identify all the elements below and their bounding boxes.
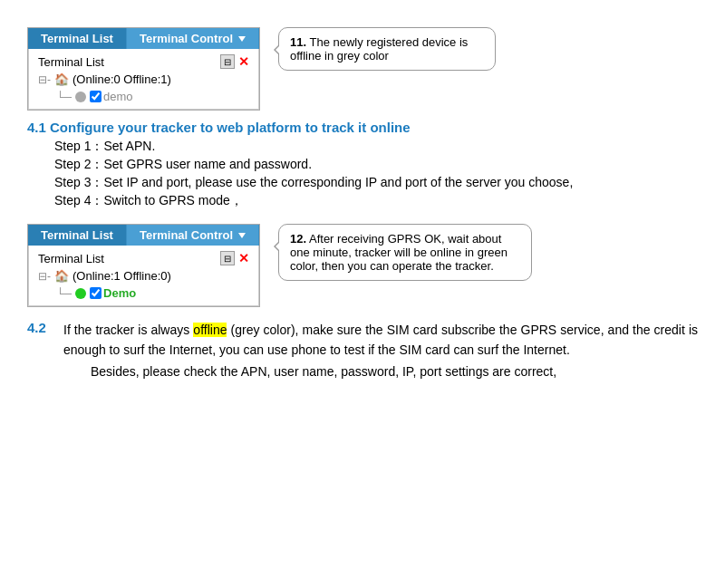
terminal-header-2: Terminal List ⊟ ✕ [34,249,253,267]
section-42-content: If the tracker is always offline (grey c… [63,320,698,379]
device-name-1: demo [103,90,133,103]
home-icon-2: 🏠 [54,269,69,283]
tree-line-1: └─ [56,91,72,103]
section-42-text: If the tracker is always offline (grey c… [63,320,698,361]
minimize-icon-1[interactable]: ⊟ [220,54,235,69]
terminal-body-1: Terminal List ⊟ ✕ ⊟- 🏠 (Online:0 Offline… [28,49,259,110]
step-1: Step 1：Set APN. [54,139,698,155]
section-42-besides: Besides, please check the APN, user name… [91,364,698,379]
terminal-tabs-1: Terminal List Terminal Control [28,28,259,49]
tree-prefix-2: ⊟- [38,270,51,283]
terminal-title-1: Terminal List [38,55,104,69]
device-group-label-1: (Online:0 Offline:1) [72,72,171,86]
section-42: 4.2 If the tracker is always offline (gr… [27,320,698,379]
tab-terminal-list-2[interactable]: Terminal List [28,225,127,246]
section-42-text-before: If the tracker is always [63,323,189,337]
terminal-icons-1: ⊟ ✕ [220,54,249,69]
callout-2: 12. After receiving GPRS OK, wait about … [278,224,532,281]
section-41-heading: 4.1 Configure your tracker to web platfo… [27,120,698,135]
step-4: Step 4：Switch to GPRS mode， [54,193,698,209]
terminal-widget-2: Terminal List Terminal Control Terminal … [27,224,260,307]
step-3: Step 3：Set IP and port, please use the c… [54,175,698,191]
device-name-2: Demo [103,286,136,300]
device-checkbox-label-2[interactable]: Demo [90,286,136,300]
terminal-title-2: Terminal List [38,252,104,265]
device-group-row-2: ⊟- 🏠 (Online:1 Offline:0) [34,267,253,284]
terminal-widget-1: Terminal List Terminal Control Terminal … [27,27,260,111]
device-group-row-1: ⊟- 🏠 (Online:0 Offline:1) [34,71,253,88]
widget1-container: Terminal List Terminal Control Terminal … [27,27,698,111]
terminal-icons-2: ⊟ ✕ [220,251,249,265]
device-item-row-1: └─ demo [34,88,253,105]
callout-text-2: After receiving GPRS OK, wait about one … [290,232,508,273]
section-42-number: 4.2 [27,320,56,379]
status-dot-online-2 [75,288,86,299]
minimize-icon-2[interactable]: ⊟ [220,251,235,265]
callout-number-2: 12. [290,232,306,246]
tab-terminal-control-2[interactable]: Terminal Control [127,225,259,246]
callout-number-1: 11. [290,35,306,49]
status-dot-offline-1 [75,92,86,102]
section-42-offline-highlight: offline [193,323,227,337]
tree-line-2: └─ [56,287,72,300]
terminal-body-2: Terminal List ⊟ ✕ ⊟- 🏠 (Online:1 Offline… [28,246,259,306]
home-icon-1: 🏠 [54,72,69,86]
dropdown-arrow-1 [238,36,246,42]
dropdown-arrow-2 [238,233,246,238]
device-item-row-2: └─ Demo [34,284,253,302]
tab-terminal-list-1[interactable]: Terminal List [28,28,127,49]
device-checkbox-1[interactable] [90,91,102,102]
step-2: Step 2：Set GPRS user name and password. [54,157,698,173]
section-41: 4.1 Configure your tracker to web platfo… [27,120,698,209]
callout-text-1: The newly registered device is offline i… [290,35,468,63]
tab-terminal-control-1[interactable]: Terminal Control [127,28,259,49]
device-checkbox-label-1[interactable]: demo [90,90,133,103]
callout-1: 11. The newly registered device is offli… [278,27,496,71]
device-checkbox-2[interactable] [90,287,102,299]
widget2-container: Terminal List Terminal Control Terminal … [27,224,698,307]
device-group-label-2: (Online:1 Offline:0) [72,269,171,283]
tree-prefix-1: ⊟- [38,73,51,86]
terminal-header-1: Terminal List ⊟ ✕ [34,53,253,71]
close-icon-2[interactable]: ✕ [238,251,249,265]
close-icon-1[interactable]: ✕ [238,54,249,69]
terminal-tabs-2: Terminal List Terminal Control [28,225,259,246]
